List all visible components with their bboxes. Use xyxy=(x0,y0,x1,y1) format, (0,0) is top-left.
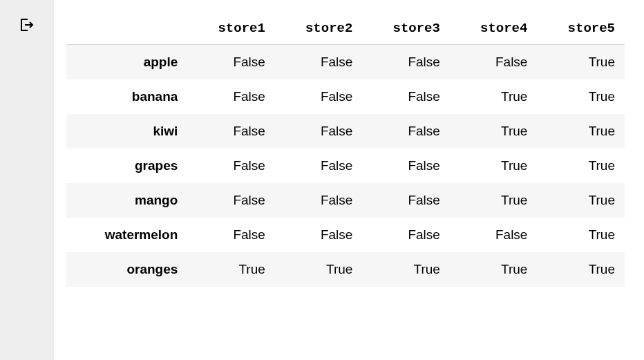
table-header-row: store1 store2 store3 store4 store5 xyxy=(66,14,625,45)
output-icon xyxy=(19,17,35,37)
cell: False xyxy=(275,183,363,218)
column-header: store3 xyxy=(362,14,450,45)
cell: False xyxy=(362,114,450,149)
column-header: store2 xyxy=(275,14,363,45)
cell: False xyxy=(187,149,275,183)
table-row: oranges True True True True True xyxy=(66,252,625,287)
cell: False xyxy=(275,218,363,252)
cell: False xyxy=(362,45,450,80)
cell: False xyxy=(362,183,450,218)
column-header: store4 xyxy=(450,14,538,45)
cell: False xyxy=(187,114,275,149)
table-row: apple False False False False True xyxy=(66,45,625,80)
cell: False xyxy=(275,79,363,114)
cell: False xyxy=(362,218,450,252)
table-corner xyxy=(66,14,187,45)
cell: False xyxy=(275,45,363,80)
cell: True xyxy=(537,252,625,287)
table-row: grapes False False False True True xyxy=(66,149,625,183)
cell: True xyxy=(537,45,625,80)
cell: False xyxy=(450,45,538,80)
output-gutter xyxy=(0,0,54,360)
column-header: store1 xyxy=(187,14,275,45)
cell: True xyxy=(450,149,538,183)
cell: True xyxy=(362,252,450,287)
cell: False xyxy=(450,218,538,252)
cell: True xyxy=(537,218,625,252)
cell: False xyxy=(187,183,275,218)
output-content: store1 store2 store3 store4 store5 apple… xyxy=(54,0,644,360)
table-row: banana False False False True True xyxy=(66,79,625,114)
cell: True xyxy=(537,149,625,183)
cell: True xyxy=(450,183,538,218)
cell: True xyxy=(187,252,275,287)
cell: False xyxy=(362,149,450,183)
row-header: banana xyxy=(66,79,187,114)
table-row: mango False False False True True xyxy=(66,183,625,218)
cell: True xyxy=(450,252,538,287)
cell: False xyxy=(275,114,363,149)
table-row: kiwi False False False True True xyxy=(66,114,625,149)
column-header: store5 xyxy=(537,14,625,45)
row-header: apple xyxy=(66,45,187,80)
cell: False xyxy=(275,149,363,183)
cell: True xyxy=(275,252,363,287)
table-row: watermelon False False False False True xyxy=(66,218,625,252)
cell: True xyxy=(450,79,538,114)
row-header: watermelon xyxy=(66,218,187,252)
row-header: kiwi xyxy=(66,114,187,149)
cell: True xyxy=(537,114,625,149)
cell: False xyxy=(187,79,275,114)
row-header: mango xyxy=(66,183,187,218)
row-header: oranges xyxy=(66,252,187,287)
cell: False xyxy=(187,45,275,80)
cell: False xyxy=(362,79,450,114)
cell: False xyxy=(187,218,275,252)
row-header: grapes xyxy=(66,149,187,183)
cell: True xyxy=(537,183,625,218)
cell: True xyxy=(450,114,538,149)
dataframe-table: store1 store2 store3 store4 store5 apple… xyxy=(66,14,625,287)
cell: True xyxy=(537,79,625,114)
